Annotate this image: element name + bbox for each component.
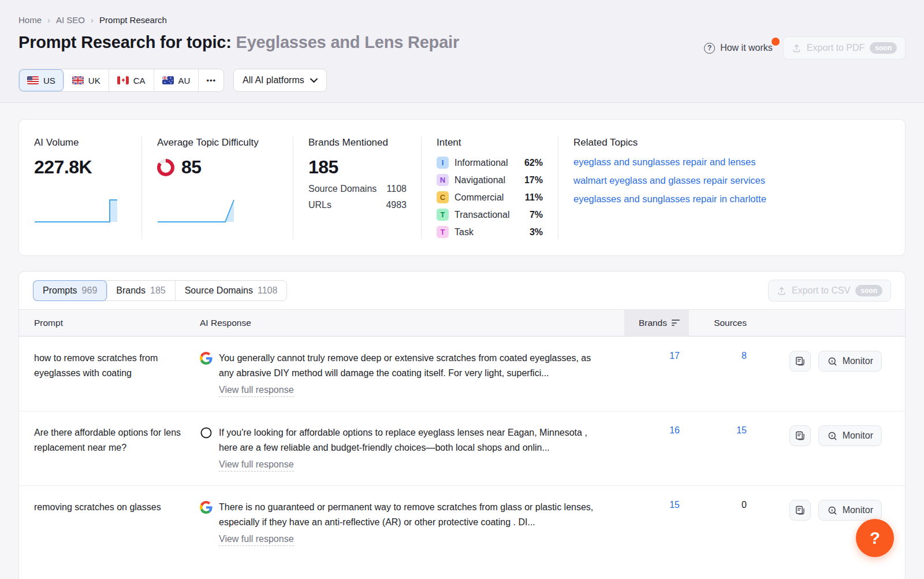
brands-header-label: Brands: [639, 318, 667, 328]
brands-mentioned-value: 185: [308, 157, 406, 178]
summary-card: AI Volume 227.8K Average Topic Difficult…: [18, 119, 906, 256]
sort-descending-icon: [672, 320, 680, 326]
source-domains-stat: Source Domains 1108: [308, 184, 407, 194]
related-topic-link[interactable]: walmart eyeglass and glasses repair serv…: [573, 175, 890, 186]
monitor-button[interactable]: Monitor: [818, 500, 882, 521]
monitor-button[interactable]: Monitor: [818, 425, 882, 446]
intent-item-task: T Task 3%: [437, 226, 543, 238]
notification-dot: [772, 38, 780, 46]
tab-count: 969: [82, 285, 98, 296]
country-tab-ca[interactable]: CA: [109, 69, 154, 91]
tab-source-domains[interactable]: Source Domains 1108: [176, 281, 287, 300]
monitor-magnifier-icon: [827, 505, 838, 516]
country-tab-uk[interactable]: UK: [64, 69, 109, 91]
tab-brands[interactable]: Brands 185: [107, 281, 175, 300]
brands-count-link[interactable]: 17: [669, 351, 680, 361]
breadcrumb-ai-seo[interactable]: AI SEO: [56, 15, 85, 25]
view-tabs: Prompts 969 Brands 185 Source Domains 11…: [33, 280, 287, 301]
country-label: UK: [88, 76, 100, 86]
filter-row: US UK CA AU ••• All AI platforms: [18, 69, 906, 92]
column-header-sources[interactable]: Sources: [689, 318, 752, 328]
country-label: US: [43, 76, 55, 86]
ai-volume-section: AI Volume 227.8K: [19, 137, 141, 239]
breadcrumb-current: Prompt Research: [99, 15, 167, 25]
intent-task-badge: T: [437, 226, 449, 238]
us-flag-icon: [27, 76, 39, 84]
soon-badge: soon: [855, 285, 882, 296]
monitor-label: Monitor: [843, 430, 873, 441]
more-countries-button[interactable]: •••: [199, 69, 223, 91]
intent-name: Transactional: [454, 210, 530, 220]
sources-count-value: 0: [742, 500, 747, 510]
table-row: removing scratches on glasses There is n…: [19, 485, 905, 560]
intent-name: Navigational: [454, 175, 524, 185]
how-it-works-link[interactable]: ? How it works: [704, 43, 773, 54]
related-topic-link[interactable]: eyeglasses and sunglasses repair in char…: [573, 194, 890, 205]
ai-volume-sparkline: [34, 198, 121, 223]
urls-stat: URLs 4983: [308, 200, 407, 210]
prompt-cell: Are there affordable options for lens re…: [19, 425, 200, 472]
related-topics-label: Related Topics: [573, 137, 890, 149]
report-copy-icon: [795, 430, 806, 441]
header-actions: ? How it works Export to PDF soon: [704, 36, 906, 60]
brands-count-link[interactable]: 15: [669, 500, 680, 510]
column-header-brands[interactable]: Brands: [624, 310, 689, 336]
monitor-magnifier-icon: [827, 430, 838, 441]
related-topic-link[interactable]: eyeglass and sunglasses repair and lense…: [573, 157, 890, 168]
column-header-ai-response: AI Response: [200, 318, 624, 328]
intent-item-informational: I Informational 62%: [437, 157, 543, 169]
copy-report-button[interactable]: [789, 425, 811, 446]
upload-icon: [792, 43, 802, 53]
page-title-prefix: Prompt Research for topic:: [18, 33, 232, 51]
brands-count-link[interactable]: 16: [669, 425, 680, 435]
monitor-button[interactable]: Monitor: [818, 351, 882, 372]
how-it-works-label: How it works: [720, 43, 773, 53]
view-full-response-link[interactable]: View full response: [219, 459, 294, 472]
ai-response-cell: There is no guaranteed or permanent way …: [200, 500, 624, 546]
intent-item-commercial: C Commercial 11%: [437, 191, 543, 203]
related-topics-section: Related Topics eyeglass and sunglasses r…: [558, 137, 905, 239]
ai-response-cell: If you're looking for affordable options…: [200, 425, 624, 472]
breadcrumb-home[interactable]: Home: [18, 15, 42, 25]
intent-percent: 11%: [525, 192, 543, 203]
prompt-cell: how to remove scratches from eyeglasses …: [19, 351, 200, 397]
row-actions: Monitor: [752, 425, 905, 472]
upload-icon: [777, 286, 787, 296]
brands-mentioned-section: Brands Mentioned 185 Source Domains 1108…: [293, 137, 421, 239]
sources-count-link[interactable]: 15: [736, 425, 747, 435]
tab-count: 1108: [258, 285, 277, 296]
table-header-row: Prompt AI Response Brands Sources: [19, 309, 905, 336]
chatgpt-icon: [200, 426, 213, 439]
breadcrumb: Home › AI SEO › Prompt Research: [18, 15, 906, 25]
copy-report-button[interactable]: [789, 351, 811, 372]
table-row: Are there affordable options for lens re…: [19, 411, 905, 485]
view-full-response-link[interactable]: View full response: [219, 385, 294, 397]
tab-prompts[interactable]: Prompts 969: [33, 280, 107, 301]
ai-platform-dropdown[interactable]: All AI platforms: [233, 69, 327, 92]
google-icon: [200, 352, 213, 365]
ca-flag-icon: [117, 76, 129, 84]
export-pdf-button[interactable]: Export to PDF soon: [783, 36, 906, 60]
export-csv-button[interactable]: Export to CSV soon: [768, 280, 891, 302]
prompts-table-card: Prompts 969 Brands 185 Source Domains 11…: [18, 271, 906, 579]
copy-report-button[interactable]: [789, 500, 811, 521]
country-tab-us[interactable]: US: [19, 69, 64, 91]
intent-percent: 62%: [524, 158, 543, 168]
intent-percent: 17%: [524, 175, 543, 185]
page-header: Home › AI SEO › Prompt Research Prompt R…: [0, 0, 924, 103]
sources-count-link[interactable]: 8: [742, 351, 747, 361]
difficulty-section: Average Topic Difficulty 85: [141, 137, 293, 239]
source-domains-value: 1108: [387, 184, 407, 194]
help-fab[interactable]: ?: [856, 519, 894, 557]
soon-badge: soon: [870, 42, 897, 54]
country-selector: US UK CA AU •••: [18, 69, 224, 92]
monitor-label: Monitor: [843, 356, 873, 366]
au-flag-icon: [162, 76, 174, 84]
view-full-response-link[interactable]: View full response: [219, 534, 294, 546]
intent-transactional-badge: T: [437, 209, 449, 221]
main-content: AI Volume 227.8K Average Topic Difficult…: [0, 119, 924, 579]
report-copy-icon: [795, 505, 806, 516]
response-text: There is no guaranteed or permanent way …: [219, 500, 598, 530]
column-header-prompt: Prompt: [19, 318, 200, 328]
country-tab-au[interactable]: AU: [154, 69, 199, 91]
